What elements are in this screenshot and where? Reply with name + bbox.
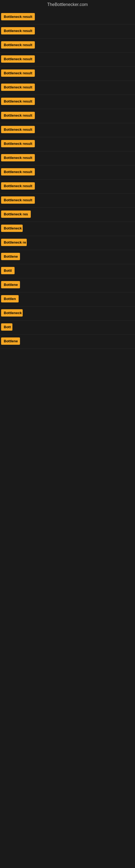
bottleneck-badge[interactable]: Bottleneck result	[1, 41, 35, 49]
bottleneck-badge[interactable]: Bottleneck result	[1, 168, 35, 176]
bottleneck-badge[interactable]: Bottleneck result	[1, 13, 35, 20]
page-wrapper: TheBottlenecker.com Bottleneck resultBot…	[0, 0, 135, 868]
result-row[interactable]: Bottleneck result	[0, 194, 135, 208]
bottleneck-badge[interactable]: Bottleneck result	[1, 126, 35, 133]
result-row[interactable]: Bottleneck result	[0, 95, 135, 109]
bottleneck-badge[interactable]: Bottleneck result	[1, 69, 35, 77]
result-row[interactable]: Bottlene	[0, 250, 135, 264]
result-row[interactable]: Bottleneck result	[0, 137, 135, 151]
result-row[interactable]: Bottleneck result	[0, 109, 135, 123]
result-row[interactable]: Bottleneck result	[0, 24, 135, 38]
result-row[interactable]: Bottleneck re	[0, 236, 135, 250]
bottleneck-badge[interactable]: Bottleneck res	[1, 211, 31, 218]
result-row[interactable]: Bottleneck result	[0, 123, 135, 137]
bottleneck-badge[interactable]: Bottleneck result	[1, 182, 35, 190]
bottleneck-badge[interactable]: Bottleneck result	[1, 84, 35, 91]
bottleneck-badge[interactable]: Bottleneck	[1, 309, 23, 316]
bottleneck-badge[interactable]: Bottleneck	[1, 225, 23, 232]
bottleneck-badge[interactable]: Bottlen	[1, 295, 18, 303]
site-title: TheBottlenecker.com	[0, 0, 135, 10]
result-row[interactable]: Bottl	[0, 264, 135, 278]
result-row[interactable]: Bott	[0, 321, 135, 335]
result-row[interactable]: Bottlene	[0, 335, 135, 349]
result-row[interactable]: Bottlene	[0, 278, 135, 292]
result-row[interactable]: Bottleneck	[0, 222, 135, 236]
result-row[interactable]: Bottleneck result	[0, 38, 135, 53]
bottleneck-badge[interactable]: Bottlene	[1, 281, 20, 288]
bottleneck-badge[interactable]: Bottl	[1, 267, 14, 274]
bottleneck-badge[interactable]: Bottlene	[1, 337, 20, 345]
footer-text: ...	[0, 349, 135, 868]
bottleneck-badge[interactable]: Bottleneck re	[1, 239, 27, 246]
bottleneck-badge[interactable]: Bottleneck result	[1, 112, 35, 119]
result-row[interactable]: Bottleneck	[0, 307, 135, 321]
result-row[interactable]: Bottleneck result	[0, 165, 135, 180]
result-row[interactable]: Bottleneck result	[0, 151, 135, 165]
result-row[interactable]: Bottleneck result	[0, 67, 135, 81]
bottleneck-badge[interactable]: Bottlene	[1, 253, 20, 260]
result-row[interactable]: Bottleneck result	[0, 53, 135, 67]
result-row[interactable]: Bottleneck result	[0, 180, 135, 194]
result-row[interactable]: Bottleneck result	[0, 10, 135, 24]
results-container: Bottleneck resultBottleneck resultBottle…	[0, 10, 135, 349]
bottleneck-badge[interactable]: Bottleneck result	[1, 140, 35, 147]
bottleneck-badge[interactable]: Bottleneck result	[1, 154, 35, 161]
bottleneck-badge[interactable]: Bottleneck result	[1, 27, 35, 34]
result-row[interactable]: Bottleneck res	[0, 208, 135, 222]
bottleneck-badge[interactable]: Bott	[1, 323, 12, 331]
result-row[interactable]: Bottlen	[0, 292, 135, 307]
bottleneck-badge[interactable]: Bottleneck result	[1, 196, 35, 204]
bottleneck-badge[interactable]: Bottleneck result	[1, 98, 35, 105]
result-row[interactable]: Bottleneck result	[0, 81, 135, 95]
bottleneck-badge[interactable]: Bottleneck result	[1, 55, 35, 63]
